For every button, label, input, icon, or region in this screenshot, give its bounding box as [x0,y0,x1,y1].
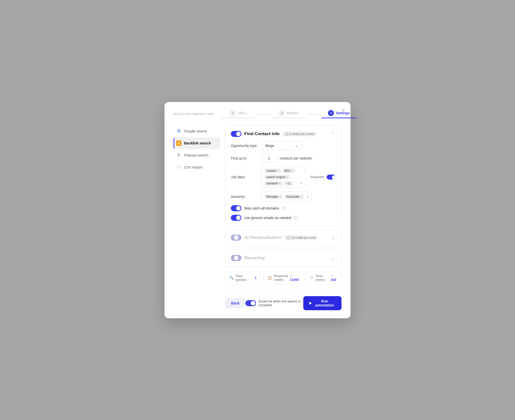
tag-seo-remove[interactable]: × [291,169,293,172]
required-toggle[interactable] [327,175,336,180]
find-contact-badge: 📋 5 credits per contact [283,132,317,136]
sidebar-item-csv-import[interactable]: 📄 CSV Import [174,162,220,173]
csv-icon: 📄 [176,165,182,170]
main-content: Find Contact info 📋 5 credits per contac… [225,125,341,310]
seniority-clear-btn[interactable]: × [307,194,309,199]
ai-personalization-toggle[interactable] [231,235,241,241]
email-toggle-row: Email me when the search is complete [245,299,303,307]
step-3-num: 3 [328,110,334,116]
sidebar: G Google search a Backlink search 🎙 Podc… [174,125,220,310]
job-titles-row: Job titles: content × SEO × search engin… [231,167,336,188]
sidebar-item-google-search[interactable]: G Google search [174,125,220,137]
recurring-header: Recurring ⌄ [231,255,336,261]
run-automation-button[interactable]: Run automation [303,296,341,310]
sidebar-item-podcast-search[interactable]: 🎙 Podcast search [174,149,220,161]
seniority-row: Seniority: Manager × Associate × × [231,192,336,202]
dropdown-chevron-icon: ⌄ [295,144,298,148]
step-connector-2 [306,114,321,115]
job-titles-clear-btn[interactable]: × [300,181,303,186]
steps-nav: 1 URLs 2 Metrics 3 Settings [221,110,357,118]
opportunity-type-dropdown[interactable]: Blogs ⌄ [262,141,302,150]
podcast-icon: 🎙 [176,152,182,158]
ai-personalization-badge: 📋 15 credits per email [284,235,318,240]
sidebar-item-csv-label: CSV Import [184,165,202,169]
google-icon: G [176,128,182,134]
recurring-expand-btn[interactable]: ⌄ [330,255,336,261]
summary-row: 🔍 Total queries 1 📋 Reserved credits ~ 1… [225,271,341,285]
ai-personalization-card: AI Personalization 📋 15 credits per emai… [225,229,341,246]
reserved-credits-value: ~ 11000 [290,274,299,282]
tag-associate-remove[interactable]: × [300,195,302,198]
sidebar-item-google-label: Google search [184,129,207,133]
tag-outreach-remove[interactable]: × [279,182,281,185]
email-notification-label: Email me when the search is complete [259,299,303,307]
time-box: ⏱ Time (mins) ~ 420 [306,271,341,285]
step-2-underline [271,118,306,118]
skip-catch-all-row: Skip catch-all domains ? [231,205,336,211]
tag-content-remove[interactable]: × [277,169,279,172]
contacts-per-website-input[interactable] [262,154,277,163]
time-label: Time (mins) [316,274,329,282]
backlink-icon: a [176,140,182,146]
find-contact-title: Find Contact info [244,131,280,136]
job-titles-label: Job titles: [231,175,259,179]
credits-summary-icon: 📋 [268,276,272,280]
opportunity-type-value: Blogs [265,144,274,148]
recurring-title: Recurring [244,255,265,260]
find-contact-badge-text: 5 credits per contact [289,132,314,135]
ai-badge-icon: 📋 [287,236,290,239]
seniority-label: Seniority: [231,195,259,199]
step-connector-1 [256,114,271,115]
tag-search-engine: search engine × [264,175,290,180]
tag-manager-remove[interactable]: × [279,195,281,198]
step-1[interactable]: 1 URLs [221,110,256,118]
use-generic-row: Use generic emails as needed ? [231,215,336,221]
ai-personalization-title-row: AI Personalization 📋 15 credits per emai… [231,235,318,241]
seniority-tags[interactable]: Manager × Associate × × [262,192,312,202]
step-1-num: 1 [230,110,236,116]
time-value: ~ 420 [331,274,337,282]
search-summary-icon: 🔍 [229,276,234,280]
select-automation-label: SELECT AUTOMATION TYPE: [174,113,215,116]
step-3-underline [321,118,357,118]
find-contact-collapse-btn[interactable]: ⌃ [330,131,336,137]
reserved-credits-box: 📋 Reserved credits ~ 11000 [263,271,303,285]
skip-catch-all-label: Skip catch-all domains [244,206,279,210]
tag-manager: Manager × [264,194,283,199]
total-queries-value: 1 [255,276,256,280]
use-generic-toggle[interactable] [231,215,241,221]
use-generic-help-icon[interactable]: ? [294,216,298,220]
ai-personalization-title: AI Personalization [244,235,281,240]
recurring-toggle[interactable] [231,255,241,261]
opportunity-type-label: Opportunity type: [231,144,259,148]
find-up-to-row: Find up to contacts per website. [231,154,336,163]
tag-outreach: outreach × [264,181,283,186]
modal-header: SELECT AUTOMATION TYPE: 1 URLs 2 Metrics [174,110,341,118]
run-automation-label: Run automation [314,299,335,307]
tag-associate: Associate × [284,194,304,199]
recurring-title-row: Recurring [231,255,265,261]
tag-content: content × [264,168,281,173]
email-notification-toggle[interactable] [245,300,256,306]
find-contact-title-row: Find Contact info 📋 5 credits per contac… [231,131,317,137]
total-queries-label: Total queries [236,274,253,282]
step-2[interactable]: 2 Metrics [271,110,306,118]
find-contact-card: Find Contact info 📋 5 credits per contac… [225,125,341,226]
skip-catch-all-toggle[interactable] [231,205,241,211]
step-3[interactable]: 3 Settings [321,110,357,118]
skip-catch-all-help-icon[interactable]: ? [282,206,286,210]
use-generic-label: Use generic emails as needed [244,216,291,220]
step-2-label: Metrics [287,111,298,115]
back-button[interactable]: Back [225,298,245,308]
recurring-card: Recurring ⌄ [225,249,341,267]
required-label: Required [310,175,324,179]
automation-modal: × SELECT AUTOMATION TYPE: 1 URLs 2 Metri… [164,102,351,318]
find-contact-header: Find Contact info 📋 5 credits per contac… [231,131,336,137]
tag-search-engine-remove[interactable]: × [286,176,288,178]
ai-personalization-header: AI Personalization 📋 15 credits per emai… [231,234,336,241]
find-contact-toggle[interactable] [231,131,241,137]
badge-icon: 📋 [285,132,288,136]
job-titles-tags[interactable]: content × SEO × search engine × outrea [262,167,305,188]
ai-personalization-expand-btn[interactable]: ⌄ [330,234,336,241]
sidebar-item-backlink-search[interactable]: a Backlink search [174,137,220,149]
